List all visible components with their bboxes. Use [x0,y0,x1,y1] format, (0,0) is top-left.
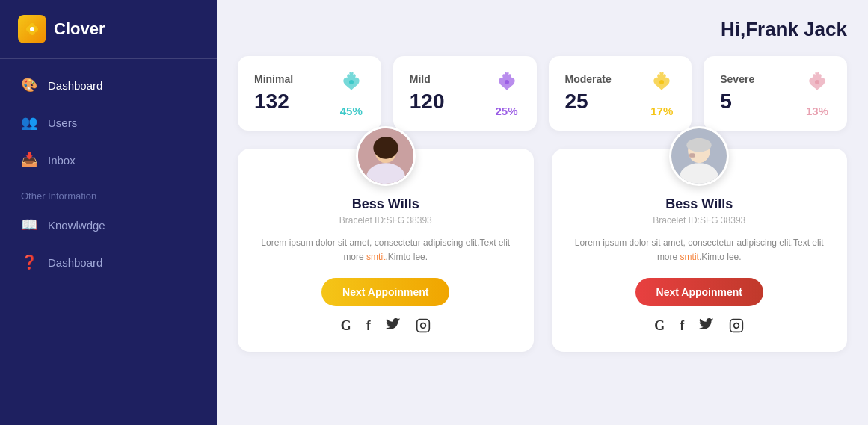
sidebar-logo: Clover [0,0,217,59]
stat-label-severe: Severe [720,73,754,85]
stat-card-severe: Severe 5 13% [704,56,847,131]
stat-left-severe: Severe 5 [720,73,754,114]
users-label: Users [48,117,77,129]
patient-desc-2: Lorem ipsum dolor sit amet, consectetur … [570,236,830,264]
dashboard2-label: Dashboard [48,256,102,269]
appointment-button-2[interactable]: Next Appoinment [635,278,763,306]
lotus-icon-moderate [648,69,675,102]
patient-avatar-img-2 [671,128,727,184]
google-icon-1[interactable]: G [341,318,351,337]
sidebar-item-inbox[interactable]: 📥 Inbox [0,141,217,179]
stat-card-minimal: Minimal 132 45% [238,56,381,131]
section-label: Other Information [0,179,217,206]
sidebar-item-knowledge[interactable]: 📖 Knowlwdge [0,206,217,243]
patient-id-1: Bracelet ID:SFG 38393 [339,215,432,226]
sidebar-nav: 🎨 Dashboard 👥 Users 📥 Inbox Other Inform… [0,59,217,425]
svg-rect-16 [730,320,743,332]
stat-right-severe: 13% [804,69,831,117]
svg-point-0 [30,27,34,31]
patient-avatar-1 [356,126,416,186]
stat-percent-severe: 13% [806,105,828,117]
stat-value-severe: 5 [720,90,754,114]
patient-desc-end-1: .Kimto lee. [385,252,428,262]
patient-avatar-2 [669,126,729,186]
lotus-icon-mild [493,69,520,102]
sidebar-item-dashboard[interactable]: 🎨 Dashboard [0,66,217,104]
knowledge-label: Knowlwdge [48,219,105,232]
inbox-icon: 📥 [21,152,37,168]
patient-card-2: Bess Wills Bracelet ID:SFG 38393 Lorem i… [552,149,848,352]
main-content: Hi,Frank Jack Minimal 132 45% Mild [217,0,868,425]
patient-id-2: Bracelet ID:SFG 38393 [653,215,745,226]
social-icons-1: G f [341,318,431,337]
stat-percent-mild: 25% [495,105,517,117]
knowledge-icon: 📖 [21,217,37,233]
instagram-icon-2[interactable] [729,318,744,337]
svg-point-4 [815,80,819,84]
stat-percent-minimal: 45% [340,105,363,117]
stat-right-minimal: 45% [338,69,365,117]
dashboard-label: Dashboard [48,79,102,92]
twitter-icon-1[interactable] [386,318,401,337]
stat-label-moderate: Moderate [565,73,612,85]
svg-point-8 [373,137,398,159]
help-icon: ❓ [21,254,37,270]
svg-point-2 [505,80,509,84]
svg-rect-9 [416,320,429,332]
patient-desc-end-2: .Kimto lee. [699,252,742,262]
dashboard-icon: 🎨 [21,77,37,93]
facebook-icon-2[interactable]: f [680,318,684,337]
sidebar-item-users[interactable]: 👥 Users [0,104,217,141]
svg-point-14 [687,138,712,152]
sidebar: Clover 🎨 Dashboard 👥 Users 📥 Inbox Other… [0,0,217,425]
facebook-icon-1[interactable]: f [366,318,371,337]
stat-card-moderate: Moderate 25 17% [549,56,692,131]
greeting: Hi,Frank Jack [721,18,847,41]
stat-right-moderate: 17% [648,69,675,117]
stat-card-mild: Mild 120 25% [393,56,537,131]
social-icons-2: G f [654,318,744,337]
patient-avatar-img-1 [358,128,413,184]
lotus-icon-minimal [338,69,365,102]
patient-name-2: Bess Wills [665,196,733,212]
patient-card-1: Bess Wills Bracelet ID:SFG 38393 Lorem i… [238,149,534,352]
stat-label-mild: Mild [410,73,445,85]
svg-point-1 [349,80,354,84]
stats-row: Minimal 132 45% Mild 120 [238,56,847,131]
stat-label-minimal: Minimal [254,73,293,85]
stat-value-minimal: 132 [254,90,293,114]
twitter-icon-2[interactable] [699,318,714,337]
stat-value-mild: 120 [410,90,445,114]
logo-text: Clover [54,19,105,39]
stat-left-moderate: Moderate 25 [565,73,612,114]
inbox-label: Inbox [48,154,76,167]
patient-desc-highlight-2: smtit [680,252,699,262]
users-icon: 👥 [21,114,37,131]
svg-rect-15 [689,153,695,158]
stat-percent-moderate: 17% [650,105,673,117]
stat-left-minimal: Minimal 132 [254,73,293,114]
patients-row: Bess Wills Bracelet ID:SFG 38393 Lorem i… [238,149,847,352]
stat-right-mild: 25% [493,69,520,117]
patient-desc-highlight-1: smtit [366,252,385,262]
appointment-button-1[interactable]: Next Appoinment [321,278,449,306]
top-bar: Hi,Frank Jack [238,18,847,41]
lotus-icon-severe [804,69,831,102]
google-icon-2[interactable]: G [654,318,665,337]
instagram-icon-1[interactable] [416,318,431,337]
patient-name-1: Bess Wills [352,196,419,212]
svg-point-3 [659,80,664,84]
stat-value-moderate: 25 [565,90,612,114]
sidebar-item-dashboard2[interactable]: ❓ Dashboard [0,243,217,281]
stat-left-mild: Mild 120 [410,73,445,114]
logo-icon [18,15,46,43]
patient-desc-1: Lorem ipsum dolor sit amet, consectetur … [256,236,516,264]
